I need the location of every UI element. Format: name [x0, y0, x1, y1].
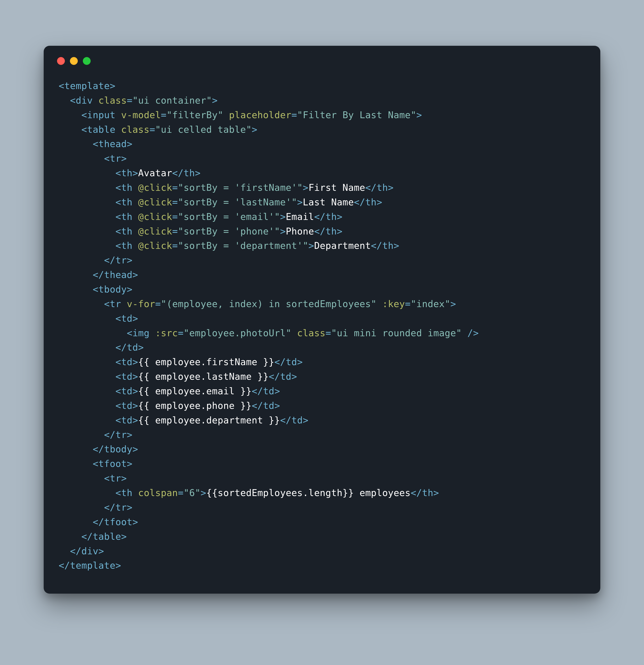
code-line: <th>Avatar</th> [59, 168, 200, 178]
code-line: </template> [59, 560, 121, 571]
code-line: </div> [59, 546, 104, 556]
code-line: </tbody> [59, 444, 138, 454]
code-line: <th colspan="6">{{sortedEmployees.length… [59, 488, 439, 498]
code-line: <th @click="sortBy = 'firstName'">First … [59, 182, 393, 193]
code-line: <input v-model="filterBy" placeholder="F… [59, 110, 422, 120]
code-line: <tr> [59, 153, 127, 164]
code-line: <th @click="sortBy = 'phone'">Phone</th> [59, 226, 343, 236]
close-icon[interactable] [57, 57, 65, 65]
page-background: <template> <div class="ui container"> <i… [0, 0, 644, 665]
window-titlebar [44, 46, 600, 68]
code-line: <td>{{ employee.lastName }}</td> [59, 371, 297, 382]
code-line: <tfoot> [59, 458, 133, 469]
code-line: </td> [59, 342, 144, 353]
code-line: </tr> [59, 502, 133, 513]
code-line: <th @click="sortBy = 'email'">Email</th> [59, 211, 343, 222]
minimize-icon[interactable] [70, 57, 78, 65]
code-block: <template> <div class="ui container"> <i… [44, 68, 600, 581]
code-line: <td>{{ employee.department }}</td> [59, 415, 309, 425]
code-line: <td>{{ employee.email }}</td> [59, 386, 280, 396]
code-line: <td>{{ employee.phone }}</td> [59, 400, 280, 411]
code-line: </tr> [59, 255, 133, 266]
code-line: <td> [59, 313, 138, 324]
code-line: <thead> [59, 138, 133, 149]
code-line: <tbody> [59, 284, 133, 294]
code-window: <template> <div class="ui container"> <i… [44, 46, 600, 594]
code-line: <th @click="sortBy = 'department'">Depar… [59, 240, 399, 251]
code-line: </thead> [59, 269, 138, 280]
code-line: <img :src="employee.photoUrl" class="ui … [59, 328, 479, 338]
code-line: <td>{{ employee.firstName }}</td> [59, 357, 303, 367]
code-line: </table> [59, 531, 127, 542]
zoom-icon[interactable] [83, 57, 91, 65]
code-line: </tfoot> [59, 517, 138, 527]
code-line: <tr> [59, 473, 127, 483]
code-line: <div class="ui container"> [59, 95, 218, 106]
code-line: <table class="ui celled table"> [59, 124, 257, 135]
code-line: <th @click="sortBy = 'lastName'">Last Na… [59, 197, 382, 207]
code-line: <template> [59, 80, 115, 91]
code-line: <tr v-for="(employee, index) in sortedEm… [59, 299, 456, 309]
code-line: </tr> [59, 430, 133, 440]
